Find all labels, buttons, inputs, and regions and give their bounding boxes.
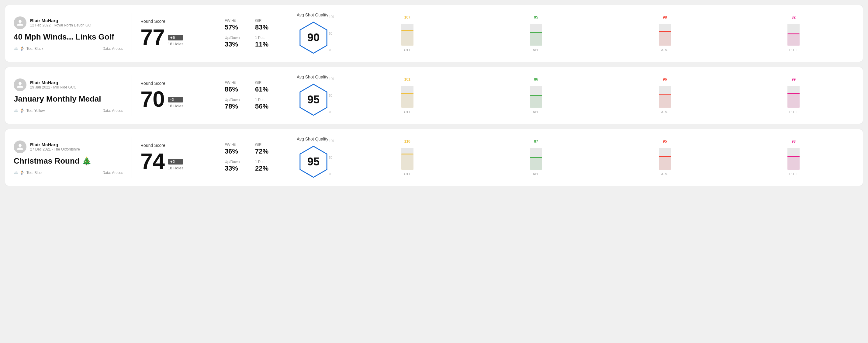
avatar: [14, 17, 26, 29]
divider: [132, 12, 132, 55]
quality-label: Avg Shot Quality: [297, 12, 330, 17]
divider3: [288, 136, 288, 179]
gir-label: GIR: [255, 143, 279, 147]
tee-info: ☁️ 🏌 Tee: Blue: [14, 170, 42, 175]
golf-icon: 🏌: [20, 170, 25, 175]
chart-x-label: OTT: [404, 48, 411, 52]
chart-top-value: 87: [534, 139, 538, 144]
chart-top-value: 96: [663, 77, 667, 82]
round-title: Christmas Round 🎄: [14, 156, 123, 166]
score-row: 70 -2 18 Holes: [141, 88, 207, 110]
chart-column-putt: 82 PUTT: [733, 15, 855, 52]
stats-grid: FW Hit 57% GIR 83% Up/Down 33% 1 Putt 11…: [225, 19, 279, 48]
score-row: 77 +5 18 Holes: [141, 26, 207, 48]
score-badge-col: +2 18 Holes: [168, 159, 183, 172]
updown-value: 33%: [225, 164, 249, 173]
score-section: Round Score 77 +5 18 Holes: [141, 19, 207, 48]
golf-icon: 🏌: [20, 108, 25, 113]
gir-value: 72%: [255, 148, 279, 155]
score-section: Round Score 74 +2 18 Holes: [141, 143, 207, 172]
gir-stat: GIR 83%: [255, 19, 279, 31]
oneputt-label: 1 Putt: [255, 160, 279, 164]
updown-value: 33%: [225, 40, 249, 48]
divider2: [216, 12, 216, 55]
updown-label: Up/Down: [225, 36, 249, 40]
chart-top-value: 93: [792, 139, 796, 144]
quality-score: 90: [307, 31, 319, 44]
updown-stat: Up/Down 78%: [225, 98, 249, 111]
chart-column-arg: 96 ARG: [604, 77, 726, 114]
quality-score: 95: [307, 155, 319, 168]
chart-area: 100500 107 OTT 95: [338, 15, 854, 52]
round-card-1: Blair McHarg 29 Jan 2022 · Mill Ride GCC…: [5, 67, 863, 124]
gir-label: GIR: [255, 19, 279, 23]
updown-stat: Up/Down 33%: [225, 36, 249, 48]
chart-column-app: 86 APP: [475, 77, 597, 114]
divider: [132, 136, 132, 179]
user-name: Blair McHarg: [30, 80, 76, 85]
oneputt-stat: 1 Putt 56%: [255, 98, 279, 111]
updown-label: Up/Down: [225, 160, 249, 164]
chart-y-axis: 100500: [329, 77, 334, 114]
avatar: [14, 141, 26, 153]
chart-bars: 101 OTT 86 APP: [347, 77, 854, 114]
chart-x-label: APP: [533, 172, 539, 176]
data-source: Data: Arccos: [102, 170, 123, 175]
stats-grid: FW Hit 86% GIR 61% Up/Down 78% 1 Putt 56…: [225, 81, 279, 111]
oneputt-value: 56%: [255, 102, 279, 111]
score-badge: +2: [168, 159, 183, 164]
gir-value: 83%: [255, 23, 279, 31]
score-number: 74: [141, 150, 165, 172]
chart-column-ott: 107 OTT: [347, 15, 468, 52]
quality-label: Avg Shot Quality: [297, 136, 330, 142]
quality-left: Avg Shot Quality 95: [297, 74, 330, 117]
score-badge: -2: [168, 97, 183, 102]
oneputt-value: 22%: [255, 164, 279, 173]
chart-x-label: OTT: [404, 172, 411, 176]
chart-column-arg: 98 ARG: [604, 15, 726, 52]
quality-section: Avg Shot Quality 90 100500 107: [297, 12, 854, 55]
user-name: Blair McHarg: [30, 142, 80, 147]
round-info-section: Blair McHarg 29 Jan 2022 · Mill Ride GCC…: [14, 79, 123, 113]
chart-x-label: PUTT: [789, 110, 798, 114]
chart-top-value: 82: [792, 15, 796, 20]
updown-value: 78%: [225, 102, 249, 111]
updown-label: Up/Down: [225, 98, 249, 102]
round-score-label: Round Score: [141, 143, 207, 148]
chart-x-label: PUTT: [789, 172, 798, 176]
golf-icon: 🏌: [20, 46, 25, 51]
quality-label: Avg Shot Quality: [297, 74, 330, 80]
gir-stat: GIR 72%: [255, 143, 279, 155]
round-score-label: Round Score: [141, 81, 207, 86]
chart-x-label: PUTT: [789, 48, 798, 52]
updown-stat: Up/Down 33%: [225, 160, 249, 173]
user-info: Blair McHarg 29 Jan 2022 · Mill Ride GCC: [30, 80, 76, 89]
divider3: [288, 12, 288, 55]
chart-area: 100500 101 OTT 86: [338, 77, 854, 114]
quality-score: 95: [307, 93, 319, 106]
data-source: Data: Arccos: [102, 46, 123, 51]
round-score-label: Round Score: [141, 19, 207, 24]
user-meta: 29 Jan 2022 · Mill Ride GCC: [30, 85, 76, 89]
chart-x-label: APP: [533, 110, 539, 114]
footer-row: ☁️ 🏌 Tee: Blue Data: Arccos: [14, 170, 123, 175]
chart-top-value: 110: [404, 139, 410, 144]
fw-hit-value: 86%: [225, 86, 249, 93]
gir-stat: GIR 61%: [255, 81, 279, 93]
hexagon-container: 95: [297, 83, 330, 117]
score-badge: +5: [168, 35, 183, 40]
chart-y-axis: 100500: [329, 15, 334, 52]
quality-section: Avg Shot Quality 95 100500 101: [297, 74, 854, 117]
oneputt-label: 1 Putt: [255, 36, 279, 40]
tee-info: ☁️ 🏌 Tee: Black: [14, 46, 43, 51]
gir-value: 61%: [255, 86, 279, 93]
tee-info: ☁️ 🏌 Tee: Yellow: [14, 108, 45, 113]
stats-section: FW Hit 86% GIR 61% Up/Down 78% 1 Putt 56…: [225, 81, 279, 111]
quality-left: Avg Shot Quality 95: [297, 136, 330, 179]
chart-column-app: 87 APP: [475, 139, 597, 176]
quality-section: Avg Shot Quality 95 100500 110: [297, 136, 854, 179]
score-holes: 18 Holes: [168, 104, 183, 108]
divider: [132, 74, 132, 117]
quality-left: Avg Shot Quality 90: [297, 12, 330, 55]
chart-bars: 107 OTT 95 APP: [347, 15, 854, 52]
